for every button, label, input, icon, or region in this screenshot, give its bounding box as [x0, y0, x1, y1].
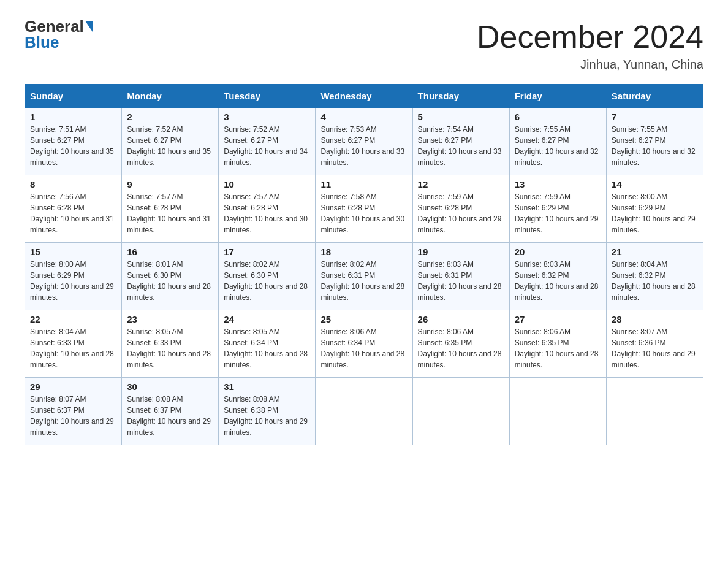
day-info: Sunrise: 7:54 AMSunset: 6:27 PMDaylight:… [418, 124, 504, 168]
day-info: Sunrise: 8:00 AMSunset: 6:29 PMDaylight:… [30, 259, 116, 303]
day-info: Sunrise: 7:52 AMSunset: 6:27 PMDaylight:… [127, 124, 213, 168]
calendar-cell: 20Sunrise: 8:03 AMSunset: 6:32 PMDayligh… [509, 243, 606, 310]
weekday-header-sunday: Sunday [25, 85, 122, 108]
day-number: 16 [127, 247, 213, 257]
calendar-cell: 3Sunrise: 7:52 AMSunset: 6:27 PMDaylight… [219, 108, 316, 175]
day-info: Sunrise: 7:56 AMSunset: 6:28 PMDaylight:… [30, 191, 116, 236]
day-number: 28 [612, 314, 698, 324]
calendar-cell: 23Sunrise: 8:05 AMSunset: 6:33 PMDayligh… [122, 310, 219, 378]
week-row-1: 1Sunrise: 7:51 AMSunset: 6:27 PMDaylight… [25, 108, 703, 175]
calendar-cell: 7Sunrise: 7:55 AMSunset: 6:27 PMDaylight… [606, 108, 703, 175]
weekday-header-saturday: Saturday [606, 85, 703, 108]
day-number: 25 [320, 314, 407, 324]
day-info: Sunrise: 8:08 AMSunset: 6:37 PMDaylight:… [127, 394, 213, 438]
weekday-header-friday: Friday [509, 85, 606, 108]
day-number: 6 [515, 112, 601, 122]
calendar-cell: 12Sunrise: 7:59 AMSunset: 6:28 PMDayligh… [412, 175, 509, 243]
weekday-header-thursday: Thursday [412, 85, 509, 108]
calendar-cell: 27Sunrise: 8:06 AMSunset: 6:35 PMDayligh… [509, 310, 606, 378]
weekday-header-row: SundayMondayTuesdayWednesdayThursdayFrid… [25, 85, 703, 108]
calendar-cell: 22Sunrise: 8:04 AMSunset: 6:33 PMDayligh… [25, 310, 122, 378]
weekday-header-wednesday: Wednesday [316, 85, 412, 108]
day-number: 1 [30, 112, 116, 122]
day-number: 23 [127, 314, 213, 324]
day-info: Sunrise: 7:51 AMSunset: 6:27 PMDaylight:… [30, 124, 116, 168]
day-info: Sunrise: 8:06 AMSunset: 6:34 PMDaylight:… [320, 326, 407, 370]
location: Jinhua, Yunnan, China [477, 58, 703, 72]
calendar-cell: 5Sunrise: 7:54 AMSunset: 6:27 PMDaylight… [412, 108, 509, 175]
day-info: Sunrise: 8:06 AMSunset: 6:35 PMDaylight:… [418, 326, 504, 370]
calendar-cell [316, 378, 412, 445]
logo-text-general: General [25, 18, 84, 34]
calendar-cell: 19Sunrise: 8:03 AMSunset: 6:31 PMDayligh… [412, 243, 509, 310]
day-number: 26 [418, 314, 504, 324]
day-number: 4 [320, 112, 407, 122]
day-info: Sunrise: 8:03 AMSunset: 6:32 PMDaylight:… [515, 259, 601, 303]
day-number: 27 [515, 314, 601, 324]
day-info: Sunrise: 7:57 AMSunset: 6:28 PMDaylight:… [224, 191, 310, 236]
day-info: Sunrise: 8:02 AMSunset: 6:31 PMDaylight:… [320, 259, 407, 303]
day-info: Sunrise: 7:55 AMSunset: 6:27 PMDaylight:… [515, 124, 601, 168]
calendar-cell: 2Sunrise: 7:52 AMSunset: 6:27 PMDaylight… [122, 108, 219, 175]
day-number: 3 [224, 112, 310, 122]
day-number: 18 [320, 247, 407, 257]
calendar-cell: 30Sunrise: 8:08 AMSunset: 6:37 PMDayligh… [122, 378, 219, 445]
calendar-cell: 17Sunrise: 8:02 AMSunset: 6:30 PMDayligh… [219, 243, 316, 310]
day-info: Sunrise: 7:52 AMSunset: 6:27 PMDaylight:… [224, 124, 310, 168]
calendar-cell: 11Sunrise: 7:58 AMSunset: 6:28 PMDayligh… [316, 175, 412, 243]
day-number: 13 [515, 179, 601, 190]
day-number: 5 [418, 112, 504, 122]
day-info: Sunrise: 8:01 AMSunset: 6:30 PMDaylight:… [127, 259, 213, 303]
calendar-cell: 9Sunrise: 7:57 AMSunset: 6:28 PMDaylight… [122, 175, 219, 243]
logo-text-blue: Blue [25, 33, 59, 52]
day-number: 10 [224, 179, 310, 190]
calendar-cell: 8Sunrise: 7:56 AMSunset: 6:28 PMDaylight… [25, 175, 122, 243]
day-number: 2 [127, 112, 213, 122]
day-info: Sunrise: 7:55 AMSunset: 6:27 PMDaylight:… [612, 124, 698, 168]
day-info: Sunrise: 8:05 AMSunset: 6:34 PMDaylight:… [224, 326, 310, 370]
calendar-cell: 6Sunrise: 7:55 AMSunset: 6:27 PMDaylight… [509, 108, 606, 175]
day-info: Sunrise: 8:08 AMSunset: 6:38 PMDaylight:… [224, 394, 310, 438]
day-info: Sunrise: 8:06 AMSunset: 6:35 PMDaylight:… [515, 326, 601, 370]
calendar-cell: 16Sunrise: 8:01 AMSunset: 6:30 PMDayligh… [122, 243, 219, 310]
calendar-cell: 4Sunrise: 7:53 AMSunset: 6:27 PMDaylight… [316, 108, 412, 175]
day-info: Sunrise: 8:04 AMSunset: 6:32 PMDaylight:… [612, 259, 698, 303]
day-number: 7 [612, 112, 698, 122]
calendar-cell: 13Sunrise: 7:59 AMSunset: 6:29 PMDayligh… [509, 175, 606, 243]
day-number: 12 [418, 179, 504, 190]
title-area: December 2024 Jinhua, Yunnan, China [477, 18, 703, 72]
day-info: Sunrise: 8:05 AMSunset: 6:33 PMDaylight:… [127, 326, 213, 370]
day-info: Sunrise: 8:00 AMSunset: 6:29 PMDaylight:… [612, 191, 698, 236]
logo: General Blue [25, 18, 93, 52]
day-number: 19 [418, 247, 504, 257]
day-info: Sunrise: 7:57 AMSunset: 6:28 PMDaylight:… [127, 191, 213, 236]
week-row-4: 22Sunrise: 8:04 AMSunset: 6:33 PMDayligh… [25, 310, 703, 378]
day-number: 21 [612, 247, 698, 257]
day-number: 31 [224, 381, 310, 392]
day-number: 22 [30, 314, 116, 324]
day-info: Sunrise: 8:02 AMSunset: 6:30 PMDaylight:… [224, 259, 310, 303]
week-row-2: 8Sunrise: 7:56 AMSunset: 6:28 PMDaylight… [25, 175, 703, 243]
day-info: Sunrise: 7:59 AMSunset: 6:29 PMDaylight:… [515, 191, 601, 236]
calendar-cell: 29Sunrise: 8:07 AMSunset: 6:37 PMDayligh… [25, 378, 122, 445]
calendar-cell: 14Sunrise: 8:00 AMSunset: 6:29 PMDayligh… [606, 175, 703, 243]
day-number: 9 [127, 179, 213, 190]
calendar-cell: 28Sunrise: 8:07 AMSunset: 6:36 PMDayligh… [606, 310, 703, 378]
day-info: Sunrise: 8:07 AMSunset: 6:36 PMDaylight:… [612, 326, 698, 370]
day-number: 15 [30, 247, 116, 257]
weekday-header-tuesday: Tuesday [219, 85, 316, 108]
day-info: Sunrise: 8:04 AMSunset: 6:33 PMDaylight:… [30, 326, 116, 370]
day-info: Sunrise: 7:59 AMSunset: 6:28 PMDaylight:… [418, 191, 504, 236]
day-number: 30 [127, 381, 213, 392]
calendar-cell [509, 378, 606, 445]
calendar-cell: 25Sunrise: 8:06 AMSunset: 6:34 PMDayligh… [316, 310, 412, 378]
day-info: Sunrise: 7:58 AMSunset: 6:28 PMDaylight:… [320, 191, 407, 236]
calendar-cell: 26Sunrise: 8:06 AMSunset: 6:35 PMDayligh… [412, 310, 509, 378]
week-row-3: 15Sunrise: 8:00 AMSunset: 6:29 PMDayligh… [25, 243, 703, 310]
calendar-cell: 10Sunrise: 7:57 AMSunset: 6:28 PMDayligh… [219, 175, 316, 243]
header: General Blue December 2024 Jinhua, Yunna… [25, 18, 703, 72]
calendar-cell: 18Sunrise: 8:02 AMSunset: 6:31 PMDayligh… [316, 243, 412, 310]
day-info: Sunrise: 8:03 AMSunset: 6:31 PMDaylight:… [418, 259, 504, 303]
day-number: 14 [612, 179, 698, 190]
calendar-cell: 1Sunrise: 7:51 AMSunset: 6:27 PMDaylight… [25, 108, 122, 175]
